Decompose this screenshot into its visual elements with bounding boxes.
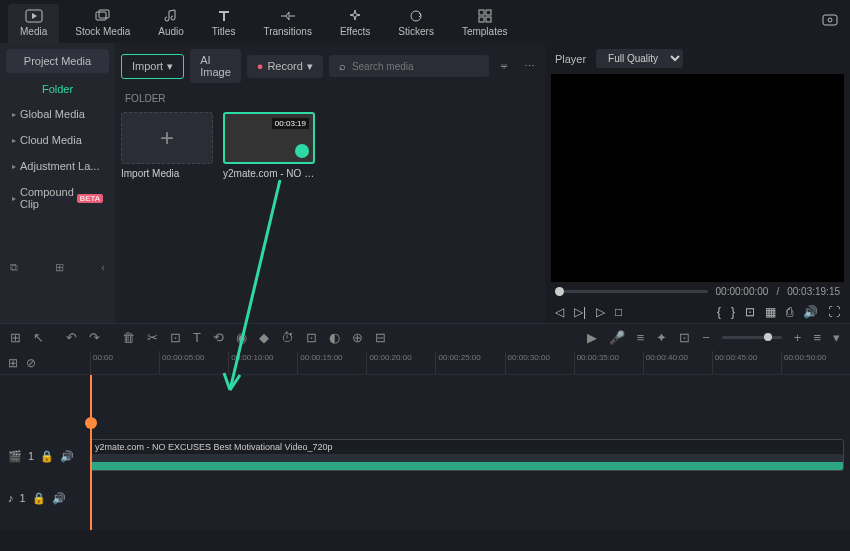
mixer-icon[interactable]: ≡ xyxy=(637,330,645,345)
ai-image-button[interactable]: AI Image xyxy=(190,49,241,83)
timeline-clip[interactable]: y2mate.com - NO EXCUSES Best Motivationa… xyxy=(90,439,844,471)
search-input[interactable]: ⌕ xyxy=(329,55,489,77)
import-button[interactable]: Import▾ xyxy=(121,54,184,79)
track-icon[interactable]: ⊕ xyxy=(352,330,363,345)
svg-rect-1 xyxy=(96,12,106,20)
ratio-icon[interactable]: ⊡ xyxy=(745,305,755,319)
video-clip-thumb[interactable]: 00:03:19 y2mate.com - NO EXC... xyxy=(223,112,315,179)
more-icon[interactable]: ⋯ xyxy=(520,56,539,77)
svg-rect-2 xyxy=(99,10,109,18)
templates-icon xyxy=(476,8,494,24)
zoom-in-icon[interactable]: + xyxy=(794,330,802,345)
text-icon[interactable]: T xyxy=(193,330,201,345)
undo-icon[interactable]: ↶ xyxy=(66,330,77,345)
svg-rect-7 xyxy=(486,17,491,22)
fullscreen-icon[interactable]: ⛶ xyxy=(828,305,840,319)
sidebar-item-adjustment[interactable]: Adjustment La... xyxy=(6,153,109,179)
magnet-icon[interactable]: ⊞ xyxy=(10,330,21,345)
keyframe-icon[interactable]: ◆ xyxy=(259,330,269,345)
snapshot-icon[interactable] xyxy=(822,12,838,26)
prev-frame-icon[interactable]: ◁ xyxy=(555,305,564,319)
svg-rect-6 xyxy=(479,17,484,22)
zoom-out-icon[interactable]: − xyxy=(702,330,710,345)
fit-icon[interactable]: ≡ xyxy=(813,330,821,345)
media-toolbar: Import▾ AI Image ●Record▾ ⌕ ⫧ ⋯ xyxy=(121,49,539,83)
folder-label: FOLDER xyxy=(125,93,539,104)
tab-stock[interactable]: Stock Media xyxy=(63,4,142,43)
sidebar-item-global[interactable]: Global Media xyxy=(6,101,109,127)
sidebar-item-compound[interactable]: Compound ClipBETA xyxy=(6,179,109,217)
svg-rect-5 xyxy=(486,10,491,15)
mute-icon[interactable]: 🔊 xyxy=(60,450,74,463)
speed-icon[interactable]: ⟲ xyxy=(213,330,224,345)
media-panel: Import▾ AI Image ●Record▾ ⌕ ⫧ ⋯ FOLDER +… xyxy=(115,43,545,323)
delete-icon[interactable]: 🗑 xyxy=(122,330,135,345)
media-icon xyxy=(25,8,43,24)
video-track-icon[interactable]: 🎬 xyxy=(8,450,22,463)
svg-rect-8 xyxy=(823,15,837,25)
lock-icon[interactable]: 🔒 xyxy=(40,450,54,463)
quality-select[interactable]: Full Quality xyxy=(596,49,683,68)
search-icon: ⌕ xyxy=(339,60,346,72)
tl-more-icon[interactable]: ▾ xyxy=(833,330,840,345)
auto-icon[interactable]: ⊡ xyxy=(679,330,690,345)
mark-in-icon[interactable]: { xyxy=(717,305,721,319)
record-button[interactable]: ●Record▾ xyxy=(247,55,323,78)
play-icon[interactable]: ▷ xyxy=(596,305,605,319)
collapse-icon[interactable]: ‹ xyxy=(101,261,105,274)
mute-icon[interactable]: 🔊 xyxy=(52,492,66,505)
crop-icon[interactable]: ⊡ xyxy=(170,330,181,345)
tab-templates[interactable]: Templates xyxy=(450,4,520,43)
player-label: Player xyxy=(555,53,586,65)
tab-audio[interactable]: Audio xyxy=(146,4,196,43)
mask-icon[interactable]: ◐ xyxy=(329,330,340,345)
tab-transitions[interactable]: Transitions xyxy=(251,4,324,43)
scrub-bar[interactable] xyxy=(555,290,708,293)
redo-icon[interactable]: ↷ xyxy=(89,330,100,345)
beta-badge: BETA xyxy=(77,194,103,203)
sidebar: Project Media Folder Global Media Cloud … xyxy=(0,43,115,323)
import-media-thumb[interactable]: + Import Media xyxy=(121,112,213,179)
filter-icon[interactable]: ⫧ xyxy=(495,56,514,76)
new-folder-icon[interactable]: ⧉ xyxy=(10,261,18,274)
preview-screen[interactable] xyxy=(551,74,844,282)
tab-titles[interactable]: Titles xyxy=(200,4,248,43)
tab-stickers[interactable]: Stickers xyxy=(386,4,446,43)
ruler[interactable]: 00:00 00:00:05:00 00:00:10:00 00:00:15:0… xyxy=(90,351,850,374)
svg-point-9 xyxy=(828,18,832,22)
lock-icon[interactable]: 🔒 xyxy=(32,492,46,505)
render-icon[interactable]: ▶ xyxy=(587,330,597,345)
timeline-toolbar: ⊞ ↖ ↶ ↷ 🗑 ✂ ⊡ T ⟲ ◉ ◆ ⏱ ⊡ ◐ ⊕ ⊟ ▶ 🎤 ≡ ✦ … xyxy=(0,323,850,351)
audio-track-icon[interactable]: ♪ xyxy=(8,492,14,504)
play-back-icon[interactable]: ▷| xyxy=(574,305,586,319)
plus-icon: + xyxy=(160,124,174,152)
titles-icon xyxy=(215,8,233,24)
grid-icon[interactable]: ▦ xyxy=(765,305,776,319)
tl-view-icon[interactable]: ⊞ xyxy=(8,356,18,370)
voiceover-icon[interactable]: 🎤 xyxy=(609,330,625,345)
volume-icon[interactable]: 🔊 xyxy=(803,305,818,319)
tab-media[interactable]: Media xyxy=(8,4,59,43)
tab-effects[interactable]: Effects xyxy=(328,4,382,43)
group-icon[interactable]: ⊟ xyxy=(375,330,386,345)
cut-icon[interactable]: ✂ xyxy=(147,330,158,345)
folder-sub[interactable]: Folder xyxy=(6,77,109,101)
pointer-icon[interactable]: ↖ xyxy=(33,330,44,345)
marker-icon[interactable]: ✦ xyxy=(656,330,667,345)
preview-panel: Player Full Quality 00:00:00:00 / 00:03:… xyxy=(545,43,850,323)
project-media-header[interactable]: Project Media xyxy=(6,49,109,73)
waveform xyxy=(91,456,843,470)
color-icon[interactable]: ◉ xyxy=(236,330,247,345)
record-dot-icon: ● xyxy=(257,60,264,72)
stop-icon[interactable]: □ xyxy=(615,305,622,319)
snapshot-icon[interactable]: ⎙ xyxy=(786,305,793,319)
sidebar-item-cloud[interactable]: Cloud Media xyxy=(6,127,109,153)
new-bin-icon[interactable]: ⊞ xyxy=(55,261,64,274)
playhead[interactable] xyxy=(90,375,92,530)
zoom-slider[interactable] xyxy=(722,336,782,339)
detect-icon[interactable]: ⊡ xyxy=(306,330,317,345)
tl-link-icon[interactable]: ⊘ xyxy=(26,356,36,370)
mark-out-icon[interactable]: } xyxy=(731,305,735,319)
stock-icon xyxy=(94,8,112,24)
timer-icon[interactable]: ⏱ xyxy=(281,330,294,345)
